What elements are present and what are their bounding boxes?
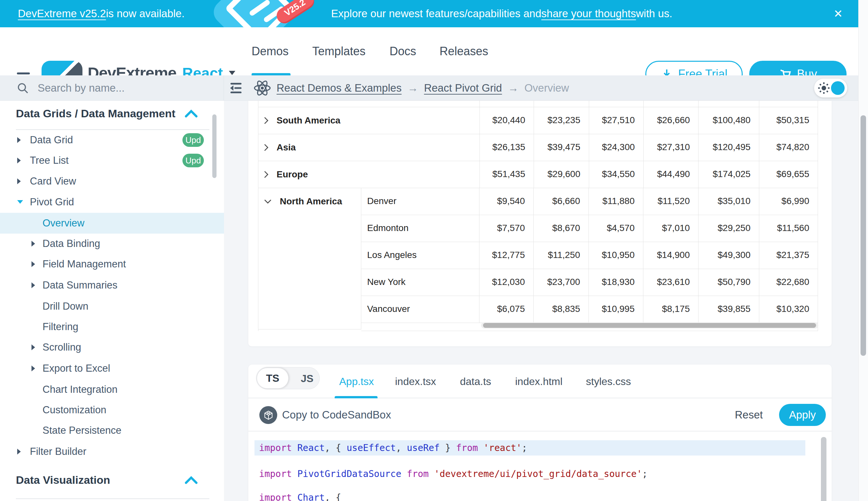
sidebar-item-scrolling[interactable]: Scrolling xyxy=(0,337,224,358)
data-cell[interactable]: $18,930 xyxy=(589,269,644,296)
nav-releases[interactable]: Releases xyxy=(440,27,488,75)
row-header-europe[interactable]: Europe xyxy=(259,161,480,188)
sidebar-item-state-persistence[interactable]: State Persistence xyxy=(0,420,224,441)
language-toggle-knob[interactable]: TS xyxy=(257,368,288,388)
sidebar-item-chart-integration[interactable]: Chart Integration xyxy=(0,379,224,400)
collapse-arrow-icon[interactable] xyxy=(17,200,23,204)
code-line[interactable]: import PivotGridDataSource from 'devextr… xyxy=(254,466,805,481)
data-cell[interactable]: $21,375 xyxy=(759,242,818,269)
tab-data-ts[interactable]: data.ts xyxy=(460,364,491,398)
data-cell[interactable]: $8,175 xyxy=(644,296,699,323)
sidebar-scrollbar-thumb[interactable] xyxy=(212,114,217,178)
page-scrollbar-thumb[interactable] xyxy=(860,115,866,356)
data-cell[interactable]: $27,310 xyxy=(644,134,699,161)
code-scrollbar-thumb[interactable] xyxy=(821,437,826,501)
data-cell[interactable]: $74,820 xyxy=(759,134,818,161)
expand-arrow-icon[interactable] xyxy=(32,344,35,350)
theme-toggle-knob[interactable] xyxy=(831,81,845,95)
copy-to-codesandbox-button[interactable]: Copy to CodeSandBox xyxy=(282,398,391,431)
data-cell[interactable]: $7,010 xyxy=(644,215,699,242)
banner-close-icon[interactable]: ✕ xyxy=(828,0,848,27)
data-cell[interactable]: $49,300 xyxy=(699,242,759,269)
sidebar-item-data-binding[interactable]: Data Binding xyxy=(0,233,224,254)
data-cell[interactable]: $22,680 xyxy=(759,269,818,296)
data-cell[interactable]: $11,250 xyxy=(534,242,589,269)
data-cell[interactable]: $69,655 xyxy=(759,161,818,188)
chevron-right-icon[interactable] xyxy=(264,143,269,152)
data-cell[interactable]: $9,540 xyxy=(480,188,534,215)
sidebar-item-data-grid[interactable]: Data Grid Upd xyxy=(0,130,224,150)
data-cell[interactable]: $11,880 xyxy=(589,188,644,215)
theme-toggle[interactable] xyxy=(814,79,847,97)
expand-arrow-icon[interactable] xyxy=(17,449,21,455)
data-cell[interactable]: $11,560 xyxy=(759,215,818,242)
data-cell[interactable]: $174,025 xyxy=(699,161,759,188)
tab-app-tsx[interactable]: App.tsx xyxy=(339,364,374,398)
data-cell[interactable]: $34,550 xyxy=(589,161,644,188)
data-cell[interactable]: $12,775 xyxy=(480,242,534,269)
chevron-up-icon[interactable] xyxy=(185,476,198,484)
row-header-city[interactable]: Vancouver xyxy=(361,296,480,323)
sidebar-item-filtering[interactable]: Filtering xyxy=(0,317,224,337)
data-cell[interactable]: $35,010 xyxy=(699,188,759,215)
data-cell[interactable]: $23,700 xyxy=(534,269,589,296)
data-cell[interactable]: $29,600 xyxy=(534,161,589,188)
sidebar-item-customization[interactable]: Customization xyxy=(0,399,224,420)
expand-arrow-icon[interactable] xyxy=(32,241,35,247)
row-header-asia[interactable]: Asia xyxy=(259,134,480,161)
data-cell[interactable]: $12,030 xyxy=(480,269,534,296)
data-cell[interactable]: $23,610 xyxy=(644,269,699,296)
data-cell[interactable]: $24,300 xyxy=(589,134,644,161)
search-input[interactable] xyxy=(38,82,207,94)
sidebar-item-pivot-grid[interactable]: Pivot Grid xyxy=(0,192,224,213)
data-cell[interactable]: $8,835 xyxy=(534,296,589,323)
expand-arrow-icon[interactable] xyxy=(17,178,21,184)
expand-arrow-icon[interactable] xyxy=(32,365,35,371)
page-scrollbar[interactable] xyxy=(858,0,868,501)
data-cell[interactable]: $50,315 xyxy=(759,107,818,134)
data-cell[interactable]: $10,320 xyxy=(759,296,818,323)
table-horizontal-scrollbar-thumb[interactable] xyxy=(483,323,816,328)
data-cell[interactable]: $51,435 xyxy=(480,161,534,188)
collapse-sidebar-icon[interactable] xyxy=(228,81,243,95)
data-cell[interactable]: $10,995 xyxy=(589,296,644,323)
code-line[interactable]: import React, { useEffect, useRef } from… xyxy=(254,440,805,456)
data-cell[interactable]: $4,570 xyxy=(589,215,644,242)
data-cell[interactable]: $120,495 xyxy=(699,134,759,161)
nav-docs[interactable]: Docs xyxy=(389,27,416,75)
sidebar-item-filter-builder[interactable]: Filter Builder xyxy=(0,441,224,462)
platform-caret-icon[interactable] xyxy=(229,71,235,75)
banner-version-link[interactable]: DevExtreme v25.2 xyxy=(18,8,106,20)
sidebar-item-card-view[interactable]: Card View xyxy=(0,171,224,192)
expand-arrow-icon[interactable] xyxy=(32,261,35,267)
data-cell[interactable]: $26,660 xyxy=(644,107,699,134)
sidebar-search[interactable] xyxy=(0,75,224,101)
sidebar-item-field-management[interactable]: Field Management xyxy=(0,254,224,275)
data-cell[interactable]: $100,480 xyxy=(699,107,759,134)
chevron-up-icon[interactable] xyxy=(185,109,198,118)
sidebar-item-export-to-excel[interactable]: Export to Excel xyxy=(0,358,224,379)
data-cell[interactable]: $27,510 xyxy=(589,107,644,134)
data-cell[interactable]: $6,660 xyxy=(534,188,589,215)
row-header-city[interactable]: Edmonton xyxy=(361,215,480,242)
chevron-right-icon[interactable] xyxy=(264,116,269,125)
reset-button[interactable]: Reset xyxy=(735,398,763,431)
breadcrumb-pivot-grid-link[interactable]: React Pivot Grid xyxy=(424,82,502,94)
sidebar-item-data-summaries[interactable]: Data Summaries xyxy=(0,275,224,296)
code-editor[interactable]: import React, { useEffect, useRef } from… xyxy=(248,431,832,501)
data-cell[interactable]: $50,790 xyxy=(699,269,759,296)
row-header-city[interactable]: Denver xyxy=(361,188,480,215)
nav-templates[interactable]: Templates xyxy=(312,27,365,75)
data-cell[interactable]: $23,235 xyxy=(534,107,589,134)
data-cell[interactable]: $20,440 xyxy=(480,107,534,134)
data-cell[interactable]: $14,900 xyxy=(644,242,699,269)
expand-arrow-icon[interactable] xyxy=(17,158,21,163)
apply-button[interactable]: Apply xyxy=(779,404,826,426)
row-header-city[interactable]: New York xyxy=(361,269,480,296)
row-header-north-america[interactable]: North America xyxy=(259,188,361,329)
data-cell[interactable]: $29,250 xyxy=(699,215,759,242)
data-cell[interactable]: $7,570 xyxy=(480,215,534,242)
data-cell[interactable]: $6,990 xyxy=(759,188,818,215)
tab-index-html[interactable]: index.html xyxy=(515,364,562,398)
expand-arrow-icon[interactable] xyxy=(17,137,21,143)
